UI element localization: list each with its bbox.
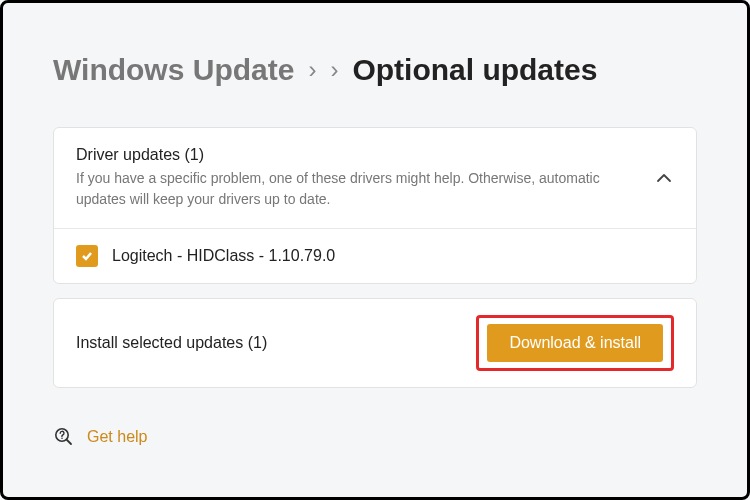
driver-updates-expander[interactable]: Driver updates (1) If you have a specifi… xyxy=(54,128,696,228)
get-help-link[interactable]: Get help xyxy=(87,428,147,446)
chevron-right-icon: › xyxy=(308,56,316,84)
breadcrumb: Windows Update › › Optional updates xyxy=(53,53,697,87)
update-label: Logitech - HIDClass - 1.10.79.0 xyxy=(112,247,335,265)
update-item: Logitech - HIDClass - 1.10.79.0 xyxy=(54,228,696,283)
download-install-button[interactable]: Download & install xyxy=(487,324,663,362)
chevron-right-icon: › xyxy=(330,56,338,84)
expander-description: If you have a specific problem, one of t… xyxy=(76,168,616,210)
expander-text: Driver updates (1) If you have a specifi… xyxy=(76,146,634,210)
svg-point-1 xyxy=(61,437,63,439)
help-icon xyxy=(53,426,75,448)
update-checkbox[interactable] xyxy=(76,245,98,267)
driver-updates-card: Driver updates (1) If you have a specifi… xyxy=(53,127,697,284)
expander-title: Driver updates (1) xyxy=(76,146,634,164)
chevron-up-icon xyxy=(654,168,674,188)
install-bar: Install selected updates (1) Download & … xyxy=(53,298,697,388)
breadcrumb-parent[interactable]: Windows Update xyxy=(53,53,294,87)
breadcrumb-current: Optional updates xyxy=(352,53,597,87)
highlight-annotation: Download & install xyxy=(476,315,674,371)
install-selected-label: Install selected updates (1) xyxy=(76,334,267,352)
get-help-row[interactable]: Get help xyxy=(53,426,697,448)
